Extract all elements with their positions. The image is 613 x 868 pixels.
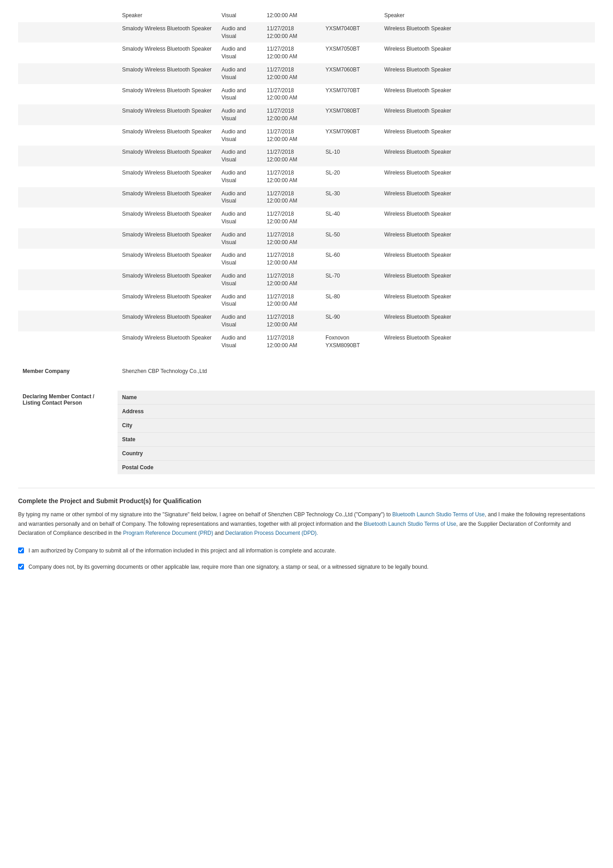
row-description: Wireless Bluetooth Speaker xyxy=(380,208,595,228)
row-date: 11/27/2018 12:00:00 AM xyxy=(262,208,321,228)
row-type: Audio and Visual xyxy=(217,290,262,311)
row-product-name: Smalody Wireless Bluetooth Speaker xyxy=(118,228,217,249)
row-product-name: Smalody Wireless Bluetooth Speaker xyxy=(118,22,217,43)
table-row: Smalody Wireless Bluetooth SpeakerAudio … xyxy=(18,249,595,269)
row-description: Wireless Bluetooth Speaker xyxy=(380,311,595,331)
row-date: 11/27/2018 12:00:00 AM xyxy=(262,42,321,63)
products-table-section: SpeakerVisual12:00:00 AMSpeakerSmalody W… xyxy=(18,9,595,352)
row-empty-col xyxy=(18,311,118,331)
row-empty-col xyxy=(18,125,118,146)
link3[interactable]: Program Reference Document (PRD) xyxy=(123,530,213,536)
row-type: Audio and Visual xyxy=(217,249,262,269)
link4[interactable]: Declaration Process Document (DPD). xyxy=(225,530,318,536)
member-company-label: Member Company xyxy=(18,365,118,377)
complete-section: Complete the Project and Submit Product(… xyxy=(18,488,595,571)
row-date: 11/27/2018 12:00:00 AM xyxy=(262,228,321,249)
row-type: Audio and Visual xyxy=(217,104,262,125)
row-model: YXSM7090BT xyxy=(321,125,380,146)
row-empty-col xyxy=(18,104,118,125)
row-product-name: Smalody Wireless Bluetooth Speaker xyxy=(118,84,217,105)
row-type: Audio and Visual xyxy=(217,42,262,63)
row-empty-col xyxy=(18,331,118,352)
table-row: Smalody Wireless Bluetooth SpeakerAudio … xyxy=(18,22,595,43)
complete-text: By typing my name or other symbol of my … xyxy=(18,510,595,538)
row-date: 11/27/2018 12:00:00 AM xyxy=(262,331,321,352)
row-description: Wireless Bluetooth Speaker xyxy=(380,42,595,63)
checkbox-authorized[interactable] xyxy=(18,547,24,553)
row-empty-col xyxy=(18,290,118,311)
products-table: SpeakerVisual12:00:00 AMSpeakerSmalody W… xyxy=(18,9,595,352)
row-date: 11/27/2018 12:00:00 AM xyxy=(262,166,321,187)
link2[interactable]: Bluetooth Launch Studio Terms of Use xyxy=(364,521,457,527)
row-description: Wireless Bluetooth Speaker xyxy=(380,269,595,290)
row-empty-col xyxy=(18,146,118,166)
table-row: Smalody Wireless Bluetooth SpeakerAudio … xyxy=(18,166,595,187)
contact-fields-container: NameAddressCityStateCountryPostal Code xyxy=(118,391,595,474)
row-empty-col xyxy=(18,22,118,43)
contact-field-name: Name xyxy=(118,391,595,405)
row-description: Wireless Bluetooth Speaker xyxy=(380,146,595,166)
table-row: Smalody Wireless Bluetooth SpeakerAudio … xyxy=(18,104,595,125)
row-date: 11/27/2018 12:00:00 AM xyxy=(262,187,321,208)
table-row: Smalody Wireless Bluetooth SpeakerAudio … xyxy=(18,311,595,331)
row-model: SL-30 xyxy=(321,187,380,208)
row-product-name: Smalody Wireless Bluetooth Speaker xyxy=(118,290,217,311)
row-empty-col xyxy=(18,269,118,290)
table-row: Smalody Wireless Bluetooth SpeakerAudio … xyxy=(18,269,595,290)
row-empty-col xyxy=(18,9,118,22)
row-empty-col xyxy=(18,249,118,269)
checkbox-company[interactable] xyxy=(18,564,24,570)
row-type: Audio and Visual xyxy=(217,63,262,84)
row-product-name: Smalody Wireless Bluetooth Speaker xyxy=(118,63,217,84)
row-model: SL-90 xyxy=(321,311,380,331)
row-date: 11/27/2018 12:00:00 AM xyxy=(262,22,321,43)
row-type: Audio and Visual xyxy=(217,187,262,208)
row-type: Audio and Visual xyxy=(217,22,262,43)
row-date: 11/27/2018 12:00:00 AM xyxy=(262,311,321,331)
row-product-name: Smalody Wireless Bluetooth Speaker xyxy=(118,146,217,166)
table-row: Smalody Wireless Bluetooth SpeakerAudio … xyxy=(18,187,595,208)
row-product-name: Smalody Wireless Bluetooth Speaker xyxy=(118,42,217,63)
row-model xyxy=(321,9,380,22)
table-row: Smalody Wireless Bluetooth SpeakerAudio … xyxy=(18,146,595,166)
checkbox-item-2: Company does not, by its governing docum… xyxy=(18,563,595,571)
row-type: Visual xyxy=(217,9,262,22)
row-type: Audio and Visual xyxy=(217,331,262,352)
link1[interactable]: Bluetooth Launch Studio Terms of Use xyxy=(392,511,485,518)
row-model: SL-40 xyxy=(321,208,380,228)
row-empty-col xyxy=(18,208,118,228)
table-row: Smalody Wireless Bluetooth SpeakerAudio … xyxy=(18,125,595,146)
table-row: Smalody Wireless Bluetooth SpeakerAudio … xyxy=(18,84,595,105)
row-model: YXSM7070BT xyxy=(321,84,380,105)
table-row: Smalody Wireless Bluetooth SpeakerAudio … xyxy=(18,42,595,63)
row-model: Foxnovon YXSM8090BT xyxy=(321,331,380,352)
member-company-value: Shenzhen CBP Technology Co.,Ltd xyxy=(118,365,595,377)
contact-field-state: State xyxy=(118,433,595,447)
member-company-section: Member Company Shenzhen CBP Technology C… xyxy=(18,365,595,377)
row-product-name: Smalody Wireless Bluetooth Speaker xyxy=(118,187,217,208)
row-date: 11/27/2018 12:00:00 AM xyxy=(262,84,321,105)
row-date: 11/27/2018 12:00:00 AM xyxy=(262,146,321,166)
row-product-name: Smalody Wireless Bluetooth Speaker xyxy=(118,166,217,187)
row-date: 11/27/2018 12:00:00 AM xyxy=(262,290,321,311)
row-product-name: Smalody Wireless Bluetooth Speaker xyxy=(118,249,217,269)
table-row: Smalody Wireless Bluetooth SpeakerAudio … xyxy=(18,290,595,311)
row-empty-col xyxy=(18,42,118,63)
checkbox-company-label: Company does not, by its governing docum… xyxy=(28,563,429,571)
contact-label: Declaring Member Contact / Listing Conta… xyxy=(18,391,118,409)
row-product-name: Smalody Wireless Bluetooth Speaker xyxy=(118,269,217,290)
row-model: SL-70 xyxy=(321,269,380,290)
row-type: Audio and Visual xyxy=(217,269,262,290)
row-type: Audio and Visual xyxy=(217,125,262,146)
row-date: 11/27/2018 12:00:00 AM xyxy=(262,104,321,125)
row-model: YXSM7080BT xyxy=(321,104,380,125)
row-model: SL-60 xyxy=(321,249,380,269)
row-date: 11/27/2018 12:00:00 AM xyxy=(262,249,321,269)
row-type: Audio and Visual xyxy=(217,228,262,249)
row-type: Audio and Visual xyxy=(217,84,262,105)
row-type: Audio and Visual xyxy=(217,311,262,331)
contact-field-postal-code: Postal Code xyxy=(118,461,595,474)
row-empty-col xyxy=(18,63,118,84)
row-empty-col xyxy=(18,187,118,208)
table-row: Smalody Wireless Bluetooth SpeakerAudio … xyxy=(18,228,595,249)
